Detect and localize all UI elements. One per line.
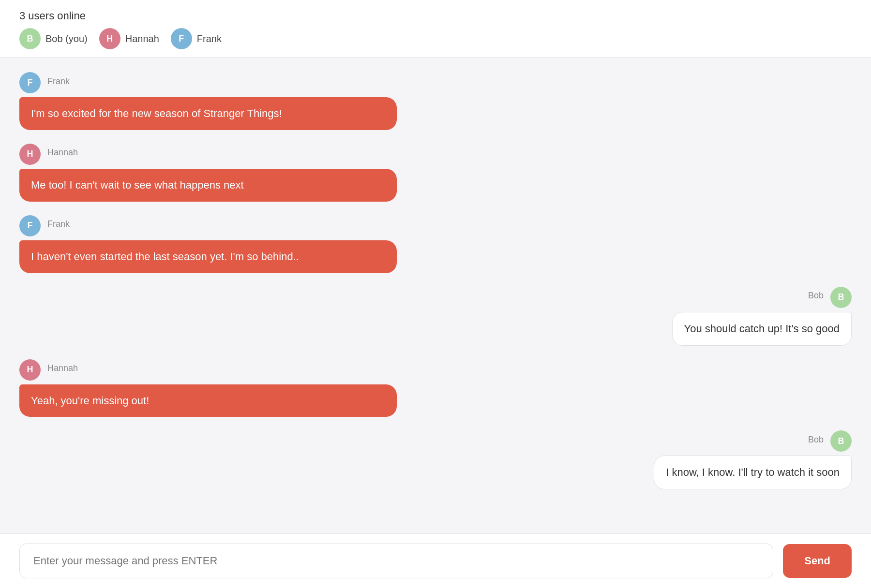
message-block-0: FFrankI'm so excited for the new season … (19, 72, 852, 130)
message-block-2: FFrankI haven't even started the last se… (19, 215, 852, 273)
message-header-1: HHannah (19, 144, 852, 165)
message-header-3: BBob (808, 287, 852, 308)
message-avatar-1: H (19, 144, 41, 165)
avatar-hannah: H (99, 28, 120, 49)
message-bubble-0: I'm so excited for the new season of Str… (19, 97, 397, 130)
message-header-4: HHannah (19, 359, 852, 381)
sender-name-2: Frank (47, 219, 70, 229)
message-header-0: FFrank (19, 72, 852, 93)
user-name-hannah: Hannah (125, 33, 159, 44)
message-avatar-5: B (830, 430, 852, 452)
message-bubble-1: Me too! I can't wait to see what happens… (19, 169, 397, 202)
message-block-5: BBobI know, I know. I'll try to watch it… (19, 430, 852, 489)
sender-name-0: Frank (47, 76, 70, 87)
user-name-frank: Frank (197, 33, 222, 44)
message-avatar-2: F (19, 215, 41, 236)
message-bubble-3: You should catch up! It's so good (672, 312, 852, 346)
footer-area: Send (0, 533, 871, 588)
message-input[interactable] (19, 544, 773, 578)
message-header-2: FFrank (19, 215, 852, 236)
message-avatar-3: B (830, 287, 852, 308)
online-count: 3 users online (19, 10, 852, 22)
header: 3 users online BBob (you)HHannahFFrank (0, 0, 871, 58)
sender-name-1: Hannah (47, 147, 78, 158)
sender-name-4: Hannah (47, 363, 78, 373)
message-bubble-2: I haven't even started the last season y… (19, 240, 397, 273)
avatar-frank: F (171, 28, 192, 49)
message-block-1: HHannahMe too! I can't wait to see what … (19, 144, 852, 202)
send-button[interactable]: Send (783, 544, 852, 578)
message-avatar-4: H (19, 359, 41, 381)
avatar-bob: B (19, 28, 41, 49)
message-header-5: BBob (808, 430, 852, 452)
message-avatar-0: F (19, 72, 41, 93)
message-bubble-4: Yeah, you're missing out! (19, 384, 397, 417)
message-bubble-5: I know, I know. I'll try to watch it soo… (654, 456, 852, 489)
user-chip-bob: BBob (you) (19, 28, 88, 49)
sender-name-3: Bob (808, 291, 824, 301)
message-block-4: HHannahYeah, you're missing out! (19, 359, 852, 417)
chat-area: FFrankI'm so excited for the new season … (0, 58, 871, 533)
users-list: BBob (you)HHannahFFrank (19, 28, 852, 49)
user-chip-frank: FFrank (171, 28, 222, 49)
sender-name-5: Bob (808, 435, 824, 445)
user-chip-hannah: HHannah (99, 28, 159, 49)
message-block-3: BBobYou should catch up! It's so good (19, 287, 852, 346)
user-name-bob: Bob (you) (45, 33, 88, 44)
